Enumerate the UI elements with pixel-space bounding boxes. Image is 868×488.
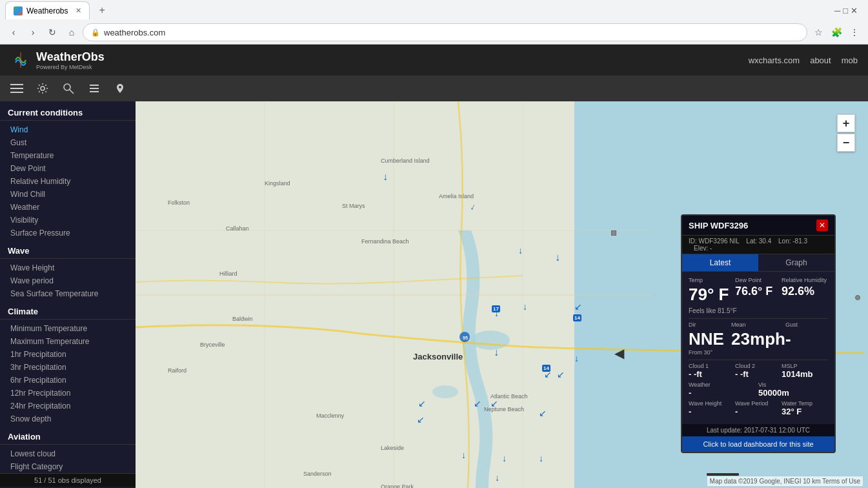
svg-rect-9 — [90, 91, 99, 92]
wind-marker-15[interactable]: ↙ — [490, 398, 498, 409]
section-current-conditions: Current conditions — [0, 101, 136, 121]
wind-marker-1[interactable]: ↓ — [383, 171, 388, 183]
sidebar-item-weather[interactable]: Weather — [0, 201, 136, 214]
nav-about[interactable]: about — [810, 56, 831, 65]
sidebar-item-lowest-cloud[interactable]: Lowest cloud — [0, 447, 136, 460]
new-tab-btn[interactable]: + — [95, 5, 108, 16]
popup-gust-value: - — [785, 329, 828, 349]
wind-marker-19[interactable]: ↓ — [539, 453, 543, 463]
wind-marker-18[interactable]: ↓ — [502, 453, 507, 463]
wind-marker-13[interactable]: ↙ — [417, 414, 425, 425]
popup-cloud2-label: Cloud 2 — [735, 363, 782, 369]
wind-marker-8[interactable]: ↓ — [494, 347, 499, 358]
sidebar-item-snow-depth[interactable]: Snow depth — [0, 412, 136, 425]
section-aviation: Aviation — [0, 425, 136, 445]
close-btn[interactable]: ✕ — [851, 6, 858, 15]
wind-marker-14[interactable]: ↙ — [474, 398, 481, 409]
popup-elev: Elev: - — [694, 245, 712, 252]
url-input[interactable] — [104, 28, 799, 37]
forward-btn[interactable]: › — [25, 24, 41, 41]
nav-wxcharts[interactable]: wxcharts.com — [749, 56, 800, 65]
sidebar-item-relative-humidity[interactable]: Relative Humidity — [0, 175, 136, 188]
logo-text-wrapper: WeatherObs Powered By MetDesk — [36, 50, 105, 70]
zoom-in-btn[interactable]: + — [837, 114, 855, 132]
nav-mob[interactable]: mob — [842, 56, 858, 65]
browser-tab[interactable]: Weatherobs ✕ — [5, 1, 90, 19]
marker-label-2: 14 — [573, 314, 581, 321]
sidebar-item-wind[interactable]: Wind — [0, 123, 136, 136]
back-btn[interactable]: ‹ — [5, 24, 22, 41]
svg-rect-8 — [90, 88, 99, 89]
marker-label-1: 17 — [492, 305, 500, 312]
popup-humidity-value: 92.6% — [782, 285, 828, 298]
sidebar-item-min-temp[interactable]: Minimum Temperature — [0, 322, 136, 335]
wind-marker-16[interactable]: ↙ — [539, 408, 547, 418]
list-btn[interactable] — [83, 78, 106, 99]
sidebar-item-temperature[interactable]: Temperature — [0, 149, 136, 162]
sidebar-item-wave-height[interactable]: Wave Height — [0, 261, 136, 274]
popup-tab-graph[interactable]: Graph — [758, 254, 834, 271]
sidebar-item-3hr-precip[interactable]: 3hr Precipitation — [0, 361, 136, 374]
popup-dewpoint-label: Dew Point — [735, 277, 782, 283]
popup-wave-height-value: - — [689, 407, 735, 416]
sidebar-item-wave-period[interactable]: Wave period — [0, 274, 136, 287]
sidebar: Current conditions Wind Gust Temperature… — [0, 101, 136, 488]
sidebar-item-12hr-precip[interactable]: 12hr Precipitation — [0, 387, 136, 400]
wind-marker-11[interactable]: ↙ — [557, 369, 565, 380]
wind-marker-4[interactable]: ↓ — [555, 252, 560, 263]
sidebar-item-visibility[interactable]: Visibility — [0, 214, 136, 227]
wind-marker-20[interactable]: ↓ — [495, 473, 500, 483]
menu-btn[interactable]: ⋮ — [846, 24, 863, 41]
minimize-btn[interactable]: ─ — [834, 6, 840, 15]
settings-btn[interactable] — [31, 78, 54, 99]
sidebar-item-gust[interactable]: Gust — [0, 136, 136, 149]
extensions-btn[interactable]: 🧩 — [828, 24, 845, 41]
popup-lon: Lon: -81.3 — [778, 238, 807, 245]
wind-marker-12[interactable]: ↙ — [418, 398, 426, 409]
popup-data: Temp 79° F Dew Point 76.6° F Relative Hu… — [682, 272, 834, 424]
popup-id: ID: WDF3296 NIL — [689, 238, 740, 245]
sidebar-item-wind-chill[interactable]: Wind Chill — [0, 188, 136, 201]
sidebar-item-1hr-precip[interactable]: 1hr Precipitation — [0, 348, 136, 361]
sidebar-item-dew-point[interactable]: Dew Point — [0, 162, 136, 175]
popup-wave-period-value: - — [735, 407, 782, 416]
sidebar-item-sea-surface-temp[interactable]: Sea Surface Temperature — [0, 287, 136, 300]
wind-marker-9[interactable]: ↓ — [574, 353, 579, 363]
zoom-out-btn[interactable]: − — [837, 134, 855, 152]
maximize-btn[interactable]: □ — [843, 6, 848, 15]
distant-station-4[interactable] — [855, 295, 860, 300]
map-attribution: Map data ©2019 Google, INEGI 10 km Terms… — [707, 476, 863, 486]
browser-chrome: Weatherobs ✕ + ─ □ ✕ ‹ › ↻ ⌂ 🔒 ☆ 🧩 ⋮ — [0, 0, 868, 45]
distant-station-1[interactable] — [611, 230, 616, 236]
wind-marker-3[interactable]: ↓ — [518, 245, 523, 256]
popup-vis-label: Vis — [758, 381, 828, 388]
refresh-btn[interactable]: ↻ — [44, 24, 61, 41]
popup-wave-height-item: Wave Height - — [689, 400, 735, 416]
map-container[interactable]: Jacksonville Fernandina Beach Atlantic B… — [136, 101, 868, 488]
sidebar-item-surface-pressure[interactable]: Surface Pressure — [0, 227, 136, 239]
sidebar-item-max-temp[interactable]: Maximum Temperature — [0, 335, 136, 348]
popup-close-btn[interactable]: ✕ — [816, 219, 828, 231]
popup-cta[interactable]: Click to load dashboard for this site — [682, 436, 834, 452]
header-nav: wxcharts.com about mob — [749, 56, 858, 65]
menu-toggle-btn[interactable] — [5, 78, 28, 99]
bookmark-btn[interactable]: ☆ — [810, 24, 827, 41]
climate-list: Minimum Temperature Maximum Temperature … — [0, 322, 136, 425]
popup-title: SHIP WDF3296 — [689, 221, 748, 230]
search-btn[interactable] — [57, 78, 80, 99]
sidebar-item-6hr-precip[interactable]: 6hr Precipitation — [0, 374, 136, 387]
wind-marker-7[interactable]: ↙ — [574, 301, 582, 312]
popup-gust-label: Gust — [785, 321, 828, 328]
address-bar: 🔒 — [83, 23, 807, 41]
sidebar-item-flight-category[interactable]: Flight Category — [0, 460, 136, 473]
home-btn[interactable]: ⌂ — [63, 24, 80, 41]
wind-marker-6[interactable]: ↓ — [523, 301, 527, 312]
sidebar-item-24hr-precip[interactable]: 24hr Precipitation — [0, 400, 136, 412]
tab-close-btn[interactable]: ✕ — [76, 6, 81, 15]
popup-tab-latest[interactable]: Latest — [682, 254, 758, 271]
location-btn[interactable] — [108, 78, 132, 99]
popup-cloud1-value: - -ft — [689, 369, 735, 379]
wind-marker-17[interactable]: ↓ — [461, 450, 466, 460]
popup-from-label: From 30° — [689, 349, 731, 356]
popup-gust-col: Gust - — [785, 321, 828, 356]
